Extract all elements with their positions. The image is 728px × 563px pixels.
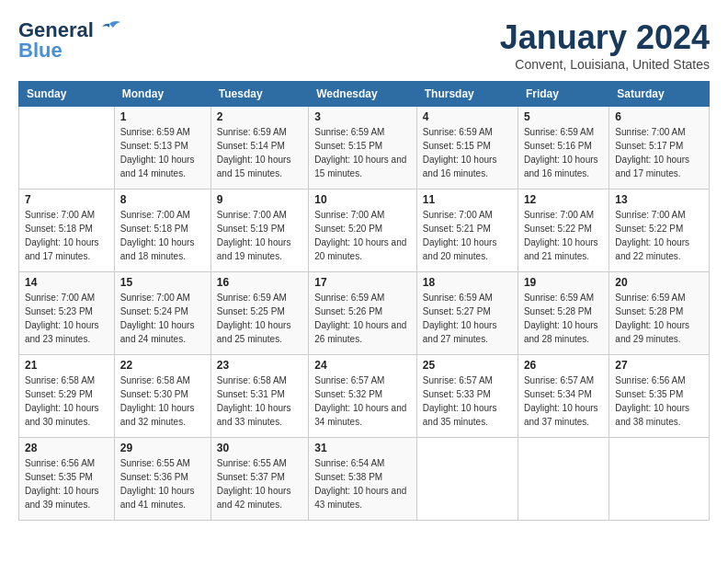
- cell-week1-day0: [19, 107, 115, 190]
- cell-week3-day5: 19Sunrise: 6:59 AMSunset: 5:28 PMDayligh…: [518, 272, 609, 355]
- sunrise-text: Sunrise: 7:00 AM: [120, 208, 205, 222]
- sunset-text: Sunset: 5:14 PM: [217, 139, 302, 153]
- cell-week4-day0: 21Sunrise: 6:58 AMSunset: 5:29 PMDayligh…: [19, 355, 115, 438]
- day-number: 31: [314, 442, 411, 454]
- sunrise-text: Sunrise: 6:58 AM: [120, 373, 205, 387]
- calendar-title: January 2024: [500, 18, 710, 57]
- sunset-text: Sunset: 5:24 PM: [120, 304, 205, 318]
- day-info: Sunrise: 7:00 AMSunset: 5:17 PMDaylight:…: [615, 125, 703, 180]
- day-info: Sunrise: 7:00 AMSunset: 5:22 PMDaylight:…: [615, 208, 703, 263]
- sunrise-text: Sunrise: 7:00 AM: [217, 208, 302, 222]
- header-thursday: Thursday: [416, 82, 518, 107]
- sunset-text: Sunset: 5:21 PM: [423, 222, 512, 236]
- day-number: 18: [423, 276, 512, 289]
- day-number: 4: [423, 110, 512, 123]
- cell-week1-day6: 6Sunrise: 7:00 AMSunset: 5:17 PMDaylight…: [609, 107, 710, 190]
- sunset-text: Sunset: 5:18 PM: [25, 222, 108, 236]
- sunrise-text: Sunrise: 6:58 AM: [25, 373, 108, 387]
- daylight-text: Daylight: 10 hours and 15 minutes.: [314, 153, 411, 180]
- daylight-text: Daylight: 10 hours and 41 minutes.: [120, 484, 205, 511]
- daylight-text: Daylight: 10 hours and 28 minutes.: [524, 318, 603, 346]
- sunset-text: Sunset: 5:22 PM: [524, 222, 603, 236]
- daylight-text: Daylight: 10 hours and 30 minutes.: [25, 401, 108, 429]
- cell-week4-day1: 22Sunrise: 6:58 AMSunset: 5:30 PMDayligh…: [114, 355, 210, 438]
- daylight-text: Daylight: 10 hours and 39 minutes.: [25, 484, 108, 511]
- sunset-text: Sunset: 5:35 PM: [25, 470, 108, 484]
- sunrise-text: Sunrise: 6:59 AM: [217, 125, 302, 139]
- cell-week1-day3: 3Sunrise: 6:59 AMSunset: 5:15 PMDaylight…: [309, 107, 417, 190]
- sunset-text: Sunset: 5:15 PM: [314, 139, 411, 153]
- cell-week4-day5: 26Sunrise: 6:57 AMSunset: 5:34 PMDayligh…: [518, 355, 609, 438]
- sunrise-text: Sunrise: 6:57 AM: [423, 373, 512, 387]
- day-info: Sunrise: 6:58 AMSunset: 5:30 PMDaylight:…: [120, 373, 205, 429]
- sunset-text: Sunset: 5:13 PM: [120, 139, 205, 153]
- day-number: 29: [120, 442, 205, 454]
- cell-week5-day6: [609, 438, 710, 521]
- day-number: 22: [120, 359, 205, 372]
- daylight-text: Daylight: 10 hours and 35 minutes.: [423, 401, 512, 429]
- day-info: Sunrise: 7:00 AMSunset: 5:24 PMDaylight:…: [120, 291, 205, 346]
- sunset-text: Sunset: 5:18 PM: [120, 222, 205, 236]
- daylight-text: Daylight: 10 hours and 18 minutes.: [120, 236, 205, 263]
- header-sunday: Sunday: [19, 82, 115, 107]
- cell-week4-day3: 24Sunrise: 6:57 AMSunset: 5:32 PMDayligh…: [309, 355, 417, 438]
- sunrise-text: Sunrise: 7:00 AM: [25, 291, 108, 304]
- day-number: 2: [217, 110, 302, 123]
- sunset-text: Sunset: 5:37 PM: [217, 470, 302, 484]
- week-row-1: 1Sunrise: 6:59 AMSunset: 5:13 PMDaylight…: [19, 107, 710, 190]
- sunset-text: Sunset: 5:30 PM: [120, 387, 205, 401]
- day-info: Sunrise: 6:58 AMSunset: 5:29 PMDaylight:…: [25, 373, 108, 429]
- day-info: Sunrise: 6:56 AMSunset: 5:35 PMDaylight:…: [615, 373, 703, 429]
- day-info: Sunrise: 6:57 AMSunset: 5:34 PMDaylight:…: [524, 373, 603, 429]
- logo: General Blue: [18, 18, 122, 63]
- sunrise-text: Sunrise: 7:00 AM: [314, 208, 411, 222]
- header-monday: Monday: [114, 82, 210, 107]
- daylight-text: Daylight: 10 hours and 34 minutes.: [314, 401, 411, 429]
- daylight-text: Daylight: 10 hours and 24 minutes.: [120, 318, 205, 346]
- daylight-text: Daylight: 10 hours and 33 minutes.: [217, 401, 302, 429]
- day-number: 24: [314, 359, 411, 372]
- daylight-text: Daylight: 10 hours and 16 minutes.: [524, 153, 603, 180]
- daylight-text: Daylight: 10 hours and 17 minutes.: [25, 236, 108, 263]
- cell-week2-day5: 12Sunrise: 7:00 AMSunset: 5:22 PMDayligh…: [518, 190, 609, 272]
- day-info: Sunrise: 6:55 AMSunset: 5:36 PMDaylight:…: [120, 456, 205, 511]
- day-info: Sunrise: 6:59 AMSunset: 5:15 PMDaylight:…: [423, 125, 512, 180]
- calendar-table: Sunday Monday Tuesday Wednesday Thursday…: [18, 81, 710, 521]
- sunset-text: Sunset: 5:22 PM: [615, 222, 703, 236]
- day-info: Sunrise: 7:00 AMSunset: 5:19 PMDaylight:…: [217, 208, 302, 263]
- sunrise-text: Sunrise: 6:57 AM: [524, 373, 603, 387]
- day-number: 7: [25, 193, 108, 206]
- daylight-text: Daylight: 10 hours and 17 minutes.: [615, 153, 703, 180]
- day-info: Sunrise: 7:00 AMSunset: 5:18 PMDaylight:…: [25, 208, 108, 263]
- sunrise-text: Sunrise: 6:59 AM: [524, 291, 603, 304]
- cell-week5-day2: 30Sunrise: 6:55 AMSunset: 5:37 PMDayligh…: [210, 438, 308, 521]
- daylight-text: Daylight: 10 hours and 26 minutes.: [314, 318, 411, 346]
- header-friday: Friday: [518, 82, 609, 107]
- cell-week5-day3: 31Sunrise: 6:54 AMSunset: 5:38 PMDayligh…: [309, 438, 417, 521]
- day-number: 5: [524, 110, 603, 123]
- sunset-text: Sunset: 5:25 PM: [217, 304, 302, 318]
- daylight-text: Daylight: 10 hours and 20 minutes.: [314, 236, 411, 263]
- daylight-text: Daylight: 10 hours and 37 minutes.: [524, 401, 603, 429]
- sunrise-text: Sunrise: 6:59 AM: [314, 291, 411, 304]
- cell-week4-day4: 25Sunrise: 6:57 AMSunset: 5:33 PMDayligh…: [416, 355, 518, 438]
- sunset-text: Sunset: 5:36 PM: [120, 470, 205, 484]
- sunset-text: Sunset: 5:33 PM: [423, 387, 512, 401]
- sunrise-text: Sunrise: 7:00 AM: [615, 208, 703, 222]
- day-number: 11: [423, 193, 512, 206]
- sunrise-text: Sunrise: 7:00 AM: [25, 208, 108, 222]
- day-info: Sunrise: 6:56 AMSunset: 5:35 PMDaylight:…: [25, 456, 108, 511]
- day-number: 28: [25, 442, 108, 454]
- sunrise-text: Sunrise: 6:59 AM: [423, 291, 512, 304]
- day-info: Sunrise: 6:59 AMSunset: 5:26 PMDaylight:…: [314, 291, 411, 346]
- day-info: Sunrise: 6:59 AMSunset: 5:14 PMDaylight:…: [217, 125, 302, 180]
- daylight-text: Daylight: 10 hours and 20 minutes.: [423, 236, 512, 263]
- sunrise-text: Sunrise: 6:56 AM: [25, 456, 108, 470]
- sunset-text: Sunset: 5:15 PM: [423, 139, 512, 153]
- cell-week1-day4: 4Sunrise: 6:59 AMSunset: 5:15 PMDaylight…: [416, 107, 518, 190]
- daylight-text: Daylight: 10 hours and 15 minutes.: [217, 153, 302, 180]
- day-number: 15: [120, 276, 205, 289]
- week-row-4: 21Sunrise: 6:58 AMSunset: 5:29 PMDayligh…: [19, 355, 710, 438]
- cell-week2-day3: 10Sunrise: 7:00 AMSunset: 5:20 PMDayligh…: [309, 190, 417, 272]
- day-info: Sunrise: 7:00 AMSunset: 5:21 PMDaylight:…: [423, 208, 512, 263]
